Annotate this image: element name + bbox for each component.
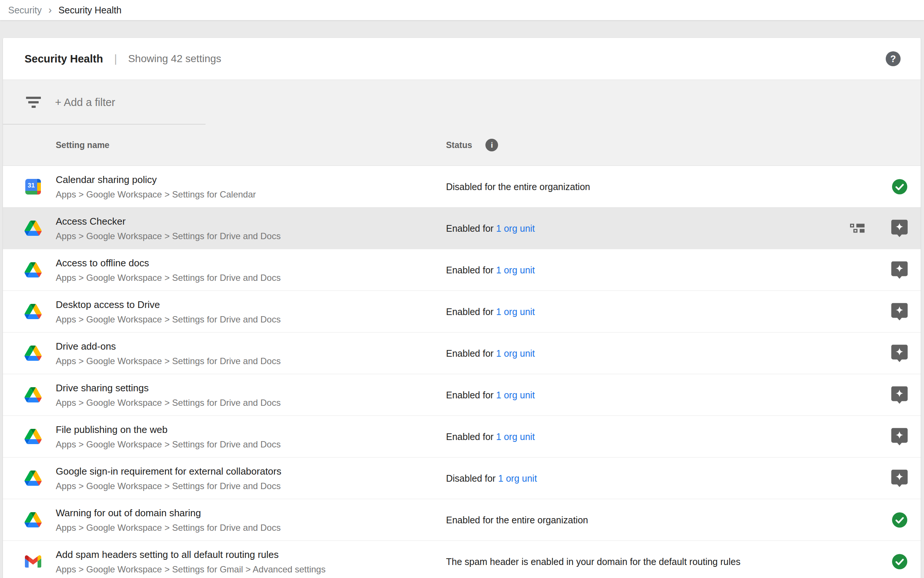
filter-icon [26,97,41,108]
table-row[interactable]: Access to offline docs Apps > Google Wor… [3,249,921,291]
setting-title: Warning for out of domain sharing [56,507,281,518]
status-ok-icon [892,554,908,570]
recommendation-badge-icon[interactable] [891,469,908,487]
setting-text-block: Drive add-ons Apps > Google Workspace > … [56,340,281,366]
table-row[interactable]: 31 Calendar sharing policy Apps > Google… [3,166,921,208]
setting-path: Apps > Google Workspace > Settings for D… [56,481,282,491]
status-column-label: Status [446,140,472,150]
setting-path: Apps > Google Workspace > Settings for D… [56,522,281,533]
org-unit-link[interactable]: 1 org unit [496,348,535,358]
status-cell: The spam header is enabled in your domai… [446,556,740,567]
status-info-icon[interactable]: i [485,139,498,151]
security-health-card: Security Health | Showing 42 settings ? … [3,38,921,578]
status-cell: Enabled for 1 org unit [446,265,535,275]
settings-table-body: 31 Calendar sharing policy Apps > Google… [3,166,921,578]
row-trailing-icons [892,512,908,528]
title-separator: | [114,53,117,65]
status-text: Enabled for [446,431,496,442]
calendar-day-number: 31 [28,182,35,189]
setting-path: Apps > Google Workspace > Settings for D… [56,356,281,366]
status-ok-icon [892,179,908,195]
google-drive-icon [24,303,42,320]
status-cell: Enabled for 1 org unit [446,390,535,400]
recommendation-badge-icon[interactable] [891,386,908,404]
status-text: Enabled for [446,306,496,317]
setting-text-block: Add spam headers setting to all default … [56,549,325,574]
recommendation-badge-icon[interactable] [891,303,908,320]
setting-path: Apps > Google Workspace > Settings for C… [56,189,256,200]
status-text: Disabled for [446,473,498,483]
google-drive-icon [24,511,42,529]
setting-path: Apps > Google Workspace > Settings for D… [56,272,281,283]
recommendation-badge-icon[interactable] [891,344,908,362]
setting-title: Add spam headers setting to all default … [56,549,325,560]
google-drive-icon [24,345,42,362]
org-unit-link[interactable]: 1 org unit [496,306,535,317]
table-row[interactable]: Warning for out of domain sharing Apps >… [3,499,921,541]
settings-count: Showing 42 settings [128,53,222,65]
table-row[interactable]: Desktop access to Drive Apps > Google Wo… [3,291,921,333]
filter-bar: + Add a filter [3,80,921,125]
table-row[interactable]: Drive add-ons Apps > Google Workspace > … [3,333,921,374]
setting-title: Drive add-ons [56,340,281,352]
row-trailing-icons [892,179,908,195]
setting-title: Calendar sharing policy [56,174,256,185]
filter-and-header-zone: + Add a filter Setting name Status i [3,80,921,166]
row-trailing-icons [891,469,908,487]
breadcrumb-current: Security Health [58,5,121,16]
status-text: Enabled for [446,223,496,233]
google-drive-icon [24,386,42,404]
google-drive-icon [24,470,42,487]
setting-path: Apps > Google Workspace > Settings for D… [56,439,281,449]
breadcrumb-parent-link[interactable]: Security [8,5,42,16]
help-button[interactable]: ? [886,51,901,66]
table-header-row: Setting name Status i [3,125,921,166]
table-row[interactable]: Access Checker Apps > Google Workspace >… [3,208,921,249]
status-cell: Enabled for 1 org unit [446,348,535,359]
recommendation-badge-icon[interactable] [891,219,908,237]
status-text: The spam header is enabled in your domai… [446,556,740,567]
org-unit-link[interactable]: 1 org unit [498,473,537,483]
add-filter-button[interactable]: + Add a filter [55,96,115,109]
org-unit-structure-icon [850,224,864,233]
setting-title: Drive sharing settings [56,382,281,393]
table-row[interactable]: Add spam headers setting to all default … [3,541,921,578]
setting-title: Google sign-in requirement for external … [56,465,282,477]
setting-text-block: Google sign-in requirement for external … [56,465,282,491]
question-icon: ? [890,54,896,64]
setting-path: Apps > Google Workspace > Settings for G… [56,564,325,574]
setting-text-block: File publishing on the web Apps > Google… [56,424,281,449]
row-trailing-icons [891,303,908,320]
status-text: Enabled for [446,265,496,275]
setting-title: Desktop access to Drive [56,299,281,310]
recommendation-badge-icon[interactable] [891,428,908,445]
setting-text-block: Desktop access to Drive Apps > Google Wo… [56,299,281,324]
card-header: Security Health | Showing 42 settings ? [3,38,921,80]
recommendation-badge-icon[interactable] [891,261,908,279]
status-cell: Enabled for 1 org unit [446,306,535,317]
status-cell: Enabled for 1 org unit [446,223,535,234]
breadcrumb-chevron-icon: › [48,5,52,16]
status-text: Enabled for [446,348,496,358]
table-row[interactable]: Google sign-in requirement for external … [3,458,921,499]
table-row[interactable]: File publishing on the web Apps > Google… [3,416,921,458]
setting-title: Access to offline docs [56,257,281,268]
status-column-header: Status i [446,139,498,151]
status-cell: Enabled for the entire organization [446,515,588,525]
status-ok-icon [892,512,908,528]
breadcrumb: Security › Security Health [0,0,924,20]
row-trailing-icons [891,428,908,445]
setting-title: Access Checker [56,215,281,227]
row-trailing-icons [850,219,908,237]
org-unit-link[interactable]: 1 org unit [496,223,535,233]
setting-name-column-header: Setting name [56,140,109,150]
org-unit-link[interactable]: 1 org unit [496,265,535,275]
row-trailing-icons [891,344,908,362]
table-row[interactable]: Drive sharing settings Apps > Google Wor… [3,374,921,416]
org-unit-link[interactable]: 1 org unit [496,431,535,442]
setting-text-block: Drive sharing settings Apps > Google Wor… [56,382,281,408]
setting-text-block: Calendar sharing policy Apps > Google Wo… [56,174,256,200]
org-unit-link[interactable]: 1 org unit [496,390,535,400]
setting-text-block: Access Checker Apps > Google Workspace >… [56,215,281,241]
google-drive-icon [24,261,42,279]
